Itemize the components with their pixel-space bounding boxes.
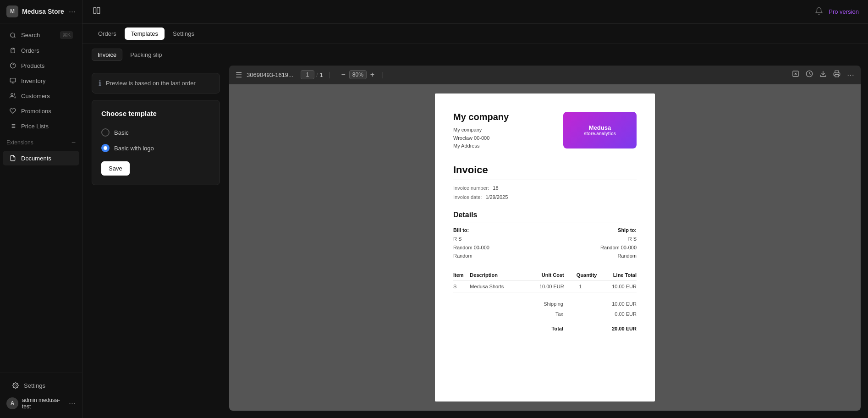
pdf-zoom-in-button[interactable]: +	[368, 70, 376, 80]
left-panel: ℹ Preview is based on the last order Cho…	[82, 66, 229, 418]
search-icon	[9, 32, 16, 39]
sub-tab-invoice[interactable]: Invoice	[92, 49, 122, 61]
store-name-label: Medusa Store	[22, 8, 64, 15]
pdf-zoom-controls: − 80% +	[339, 70, 376, 80]
store-menu-dots[interactable]: ···	[69, 7, 76, 16]
sidebar: M Medusa Store ··· Search ⌘K Orders	[0, 0, 82, 418]
sidebar-item-orders[interactable]: Orders	[3, 43, 79, 58]
sidebar-item-customers[interactable]: Customers	[3, 88, 79, 103]
template-option-basic[interactable]: Basic	[101, 125, 210, 140]
extensions-section-header: Extensions −	[6, 138, 76, 147]
sidebar-item-search[interactable]: Search ⌘K	[3, 28, 79, 43]
svg-point-0	[11, 33, 15, 37]
radio-basic[interactable]	[101, 128, 110, 137]
sub-tab-packing-slip[interactable]: Packing slip	[124, 49, 168, 61]
tab-templates[interactable]: Templates	[125, 28, 165, 40]
pdf-toolbar-icons: ⋯	[791, 69, 855, 80]
total-value: 20.00 EUR	[600, 326, 637, 331]
pdf-fullscreen-button[interactable]	[791, 69, 800, 80]
ship-to-label: Ship to:	[600, 226, 637, 235]
row-line-total: 10.00 EUR	[597, 281, 637, 292]
company-logo: Medusa store.analytics	[563, 112, 637, 148]
ship-to-name: R S	[600, 235, 637, 243]
pdf-print-button[interactable]	[832, 69, 841, 80]
sidebar-item-customers-label: Customers	[21, 93, 50, 99]
user-row[interactable]: A admin medusa-test ···	[3, 393, 79, 413]
user-menu-dots[interactable]: ···	[69, 399, 76, 408]
pdf-menu-button[interactable]: ☰	[235, 70, 243, 80]
pro-version-link[interactable]: Pro version	[829, 8, 859, 15]
bill-to-label: Bill to:	[453, 226, 489, 235]
template-basic-label: Basic	[114, 129, 129, 136]
sidebar-item-documents-label: Documents	[21, 155, 51, 162]
store-name[interactable]: M Medusa Store	[6, 6, 64, 17]
extensions-section: Extensions −	[0, 134, 82, 150]
sidebar-item-promotions[interactable]: Promotions	[3, 104, 79, 118]
items-table: Item Description Unit Cost Quantity Line…	[453, 270, 637, 292]
info-banner: ℹ Preview is based on the last order	[92, 73, 220, 94]
sidebar-item-price-lists[interactable]: Price Lists	[3, 119, 79, 133]
sidebar-item-settings[interactable]: Settings	[5, 378, 77, 393]
save-button[interactable]: Save	[101, 161, 130, 176]
items-table-body: S Medusa Shorts 10.00 EUR 1 10.00 EUR	[453, 281, 637, 292]
tax-label: Tax	[555, 311, 563, 317]
sidebar-item-inventory[interactable]: Inventory	[3, 73, 79, 88]
pdf-download-button[interactable]	[819, 69, 828, 80]
logo-line1: Medusa	[589, 124, 611, 131]
pdf-more-options-button[interactable]: ⋯	[846, 70, 855, 80]
invoice-meta: Invoice number: 18 Invoice date: 1/29/20…	[453, 184, 637, 202]
items-table-head: Item Description Unit Cost Quantity Line…	[453, 270, 637, 281]
ship-to-address1: Random 00-000	[600, 243, 637, 252]
col-quantity: Quantity	[564, 270, 597, 281]
sidebar-toggle-button[interactable]	[92, 6, 102, 18]
shipping-row: Shipping 10.00 EUR	[453, 300, 637, 308]
row-description: Medusa Shorts	[470, 281, 524, 292]
company-address-line3: My Address	[453, 142, 509, 150]
invoice-date-label: Invoice date:	[453, 193, 482, 202]
invoice-number-value: 18	[493, 184, 498, 193]
col-item: Item	[453, 270, 470, 281]
company-address-line2: Wrocław 00-000	[453, 134, 509, 143]
invoice-header: My company My company Wrocław 00-000 My …	[453, 112, 637, 150]
tab-settings[interactable]: Settings	[166, 28, 201, 40]
template-card: Choose template Basic Basic with logo Sa…	[92, 100, 220, 185]
svg-rect-1	[12, 48, 14, 49]
choose-template-title: Choose template	[101, 110, 210, 117]
user-avatar: A	[6, 397, 18, 409]
bill-to-name: R S	[453, 235, 489, 243]
pdf-page-total: 1	[320, 72, 323, 78]
pdf-panel: ☰ 30690493-1619... / 1 | − 80% +	[229, 66, 868, 418]
tab-orders[interactable]: Orders	[92, 28, 123, 40]
company-name: My company	[453, 112, 509, 122]
template-option-basic-with-logo[interactable]: Basic with logo	[101, 140, 210, 156]
pdf-zoom-out-button[interactable]: −	[339, 70, 347, 80]
tax-value: 0.00 EUR	[600, 311, 637, 317]
sidebar-item-documents[interactable]: Documents	[3, 151, 79, 165]
extensions-label: Extensions	[6, 139, 33, 146]
radio-basic-with-logo[interactable]	[101, 144, 110, 152]
sub-tab-bar: Invoice Packing slip	[82, 44, 868, 66]
svg-rect-2	[10, 78, 16, 82]
settings-label: Settings	[24, 382, 45, 389]
sidebar-item-inventory-label: Inventory	[21, 77, 45, 84]
pdf-history-button[interactable]	[805, 69, 814, 80]
logo-line2: store.analytics	[584, 131, 616, 136]
row-unit-cost: 10.00 EUR	[524, 281, 564, 292]
sidebar-item-products[interactable]: Products	[3, 58, 79, 73]
price-lists-icon	[9, 122, 16, 130]
bill-to-col: Bill to: R S Random 00-000 Random	[453, 226, 489, 260]
svg-point-3	[11, 94, 13, 96]
extensions-collapse[interactable]: −	[71, 138, 76, 147]
pdf-viewer: ☰ 30690493-1619... / 1 | − 80% +	[229, 66, 861, 411]
promotions-icon	[9, 107, 16, 115]
notifications-bell[interactable]	[815, 7, 823, 16]
pdf-zoom-label: 80%	[349, 70, 367, 79]
pdf-page-input[interactable]	[301, 70, 314, 79]
bill-to-address1: Random 00-000	[453, 243, 489, 252]
details-title: Details	[453, 211, 637, 222]
sidebar-footer: Settings A admin medusa-test ···	[0, 373, 82, 418]
pdf-page-sep: /	[316, 72, 318, 78]
sidebar-item-orders-label: Orders	[21, 47, 39, 54]
tax-row: Tax 0.00 EUR	[453, 310, 637, 318]
pdf-content[interactable]: My company My company Wrocław 00-000 My …	[229, 84, 861, 411]
